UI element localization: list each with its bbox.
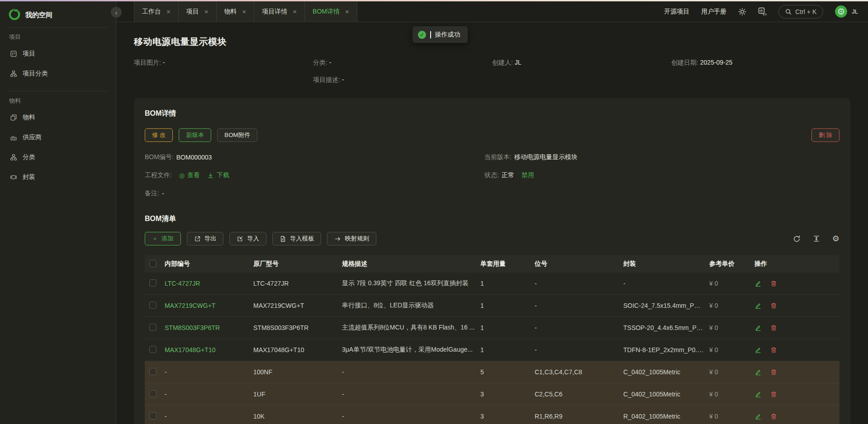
sidebar-collapse-button[interactable]: ‹ xyxy=(111,7,122,18)
internal-number-link[interactable]: LTC-4727JR xyxy=(165,280,200,287)
refresh-button[interactable] xyxy=(793,235,801,243)
delete-bom-button[interactable]: 删 除 xyxy=(811,128,840,142)
edit-row-button[interactable] xyxy=(754,302,762,309)
avatar[interactable] xyxy=(835,5,847,18)
close-icon[interactable]: × xyxy=(345,8,349,15)
edit-row-button[interactable] xyxy=(754,368,762,376)
arrow-right-icon xyxy=(334,236,341,242)
edit-row-button[interactable] xyxy=(754,346,762,353)
bom-attachment-button[interactable]: BOM附件 xyxy=(217,128,257,142)
theme-toggle-button[interactable] xyxy=(738,8,746,16)
qty: 1 xyxy=(480,280,535,287)
col-designators: 位号 xyxy=(535,260,623,268)
workspace-switcher[interactable]: 我的空间 xyxy=(8,6,108,24)
tab-bom-detail[interactable]: BOM详情 × xyxy=(305,1,357,22)
designators: - xyxy=(535,280,623,287)
mfr-number: MAX7219CWG+T xyxy=(253,302,342,309)
row-height-button[interactable] xyxy=(813,235,820,242)
edit-row-button[interactable] xyxy=(754,324,762,331)
description: 串行接口、8位、LED显示驱动器 xyxy=(342,302,480,310)
sidebar-item-material[interactable]: 物料 xyxy=(8,108,108,127)
sidebar-item-supplier[interactable]: 供应商 xyxy=(8,127,108,147)
download-file-link[interactable]: 下载 xyxy=(207,171,229,179)
refresh-icon xyxy=(793,235,801,243)
delete-row-button[interactable] xyxy=(770,280,777,287)
mfr-number: 10K xyxy=(253,413,342,420)
close-icon[interactable]: × xyxy=(166,8,171,15)
row-checkbox[interactable] xyxy=(149,302,157,309)
pencil-icon xyxy=(754,324,762,331)
delete-row-button[interactable] xyxy=(770,302,777,309)
delete-row-button[interactable] xyxy=(770,369,777,376)
trash-icon xyxy=(770,347,777,353)
tab-material[interactable]: 物料 × xyxy=(217,1,255,22)
row-checkbox[interactable] xyxy=(149,346,157,353)
internal-number-link[interactable]: MAX7219CWG+T xyxy=(165,302,215,309)
pencil-icon xyxy=(754,413,762,420)
user-manual-link[interactable]: 用户手册 xyxy=(701,8,726,16)
remark-label: 备注: xyxy=(145,189,159,198)
export-button[interactable]: 导出 xyxy=(187,232,224,245)
footprint: TDFN-8-1EP_2x2mm_P0.5... xyxy=(623,346,709,353)
pencil-icon xyxy=(754,368,762,376)
open-source-link[interactable]: 开源项目 xyxy=(664,8,689,16)
tab-project[interactable]: 项目 × xyxy=(179,1,217,22)
tab-bar: 工作台 × 项目 × 物料 × 项目详情 × BOM详情 × xyxy=(134,1,357,22)
remark-value: - xyxy=(162,190,164,197)
window-top-edge xyxy=(0,0,868,1)
qty: 1 xyxy=(480,324,535,331)
col-qty: 单套用量 xyxy=(480,260,535,268)
tab-project-detail[interactable]: 项目详情 × xyxy=(254,1,305,22)
global-search[interactable]: Ctrl + K xyxy=(778,5,823,19)
new-version-button[interactable]: 新版本 xyxy=(179,128,211,142)
row-checkbox[interactable] xyxy=(149,279,157,287)
delete-row-button[interactable] xyxy=(770,347,777,353)
select-all-checkbox[interactable] xyxy=(149,260,157,267)
row-checkbox[interactable] xyxy=(149,368,157,375)
edit-bom-button[interactable]: 修 改 xyxy=(145,128,173,142)
row-checkbox[interactable] xyxy=(149,390,157,397)
sidebar-item-footprint[interactable]: 封装 xyxy=(8,167,108,187)
current-version-value: 移动电源电量显示模块 xyxy=(514,153,578,161)
project-meta-row1: 项目图片: - 分类: - 创建人: JL 创建日期: 2025-09-25 xyxy=(134,59,850,67)
close-icon[interactable]: × xyxy=(242,8,247,15)
footprint: R_0402_1005Metric xyxy=(623,413,709,420)
sidebar-item-category[interactable]: 分类 xyxy=(8,147,108,167)
import-button[interactable]: 导入 xyxy=(229,232,266,245)
internal-number-link[interactable]: STM8S003F3P6TR xyxy=(165,324,220,331)
disable-link[interactable]: 禁用 xyxy=(522,171,534,179)
description: - xyxy=(342,413,480,420)
close-icon[interactable]: × xyxy=(293,8,297,15)
col-actions: 操作 xyxy=(754,260,840,268)
document-icon xyxy=(280,236,286,242)
edit-row-button[interactable] xyxy=(754,413,762,420)
delete-row-button[interactable] xyxy=(770,391,777,398)
row-checkbox[interactable] xyxy=(149,324,157,331)
footprint: SOIC-24_7.5x15.4mm_P1.2... xyxy=(623,302,709,309)
table-row: - 1UF - 3 C2,C5,C6 C_0402_1005Metric ¥ 0 xyxy=(145,383,840,405)
internal-number-link[interactable]: MAX17048G+T10 xyxy=(165,346,215,353)
delete-row-button[interactable] xyxy=(770,325,777,331)
project-date-value: 2025-09-25 xyxy=(700,59,733,66)
tab-workbench[interactable]: 工作台 × xyxy=(134,1,179,22)
edit-row-button[interactable] xyxy=(754,391,762,398)
sidebar-item-project-category[interactable]: 项目分类 xyxy=(8,64,108,84)
row-checkbox[interactable] xyxy=(149,412,157,419)
tab-label: 物料 xyxy=(224,8,237,16)
pencil-icon xyxy=(754,346,762,353)
add-item-button[interactable]: ＋ 添加 xyxy=(145,232,181,245)
mapping-rules-button[interactable]: 映射规则 xyxy=(327,232,376,245)
internal-number: - xyxy=(165,413,253,420)
bom-no-value: BOM000003 xyxy=(176,154,212,161)
import-template-button[interactable]: 导入模板 xyxy=(272,232,321,245)
close-icon[interactable]: × xyxy=(204,8,209,15)
sidebar-item-project[interactable]: 项目 xyxy=(8,44,108,64)
footprint: C_0402_1005Metric xyxy=(623,391,709,398)
language-switch-button[interactable]: 中 En xyxy=(758,7,767,16)
qty: 3 xyxy=(480,413,535,420)
view-file-link[interactable]: ◎ 查看 xyxy=(179,171,200,179)
edit-row-button[interactable] xyxy=(754,280,762,287)
table-settings-button[interactable]: ⚙ xyxy=(832,235,840,243)
delete-row-button[interactable] xyxy=(770,413,777,420)
workspace-name: 我的空间 xyxy=(25,11,52,19)
